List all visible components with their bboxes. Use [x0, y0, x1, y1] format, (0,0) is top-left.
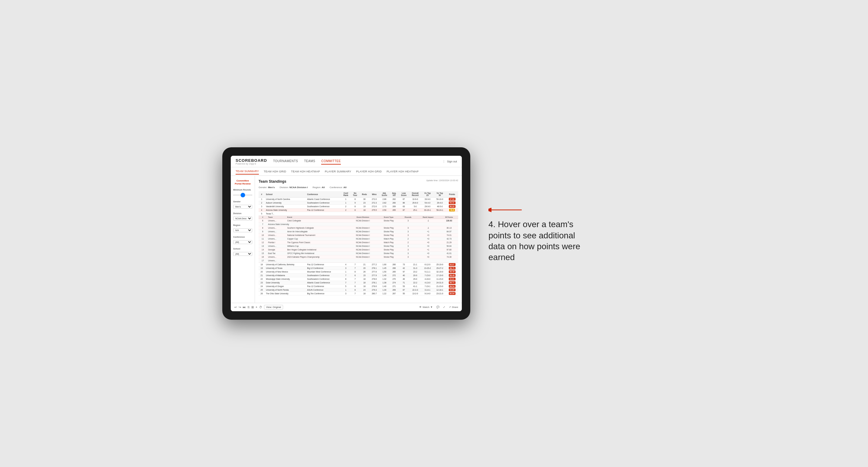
- col-wins: Wins: [369, 191, 379, 197]
- logo-sub: Powered by clipp'd: [236, 163, 267, 165]
- comment-button[interactable]: 💬: [436, 306, 439, 309]
- points-cell[interactable]: 88.70: [449, 267, 456, 270]
- watch-button[interactable]: 👁 Watch ▼: [419, 306, 433, 309]
- school-label: School: [233, 248, 252, 250]
- min-rounds-slider[interactable]: [233, 194, 252, 196]
- points-cell[interactable]: 83.07: [449, 263, 456, 266]
- nav-tournaments[interactable]: TOURNAMENTS: [273, 158, 298, 164]
- subnav-team-h2h-heatmap[interactable]: TEAM H2H HEATMAP: [291, 169, 320, 174]
- table-row: 23 Duke University Atlantic Coast Confer…: [258, 281, 458, 285]
- region-select[interactable]: N/A: [233, 228, 252, 232]
- table-row: 25 University of North Florida ASUN Conf…: [258, 288, 458, 292]
- conference-filter: Conference: All: [330, 186, 347, 189]
- conference-cell: Atlantic Coast Conference: [306, 197, 341, 201]
- sidebar-school: School (All): [233, 248, 252, 256]
- sidebar-title: Committee Portal Review: [233, 179, 252, 185]
- tooltip-col-headers: # Team Event Event Division Event Type R…: [258, 216, 458, 219]
- nav-committee[interactable]: COMMITTEE: [321, 158, 341, 164]
- subnav-player-summary[interactable]: PLAYER SUMMARY: [325, 169, 351, 174]
- tooltip-row-item: 8 Univers... Southern Highlands Collegia…: [258, 226, 458, 230]
- table-row: 18 University of California, Berkeley Pa…: [258, 263, 458, 267]
- copy-icon[interactable]: ⎘: [248, 306, 249, 309]
- view-original-button[interactable]: View: Original: [264, 305, 283, 309]
- conference-label: Conference: [233, 236, 252, 238]
- subnav-player-h2h-heatmap[interactable]: PLAYER H2H HEATMAP: [386, 169, 418, 174]
- report-header: Team Standings Update time: 13/03/2024 1…: [258, 179, 458, 184]
- col-vs-top25: Vs Top25: [421, 191, 434, 197]
- table-row-highlighted: 4 Arizona State University Pac-12 Confer…: [258, 208, 458, 212]
- tooltip-row-item: 10 Univers... National Invitational Tour…: [258, 234, 458, 237]
- expand-button[interactable]: ⤢: [443, 306, 445, 309]
- arrow-graphic: [489, 204, 525, 216]
- col-avg-sg: Avg.SG: [390, 191, 398, 197]
- grid-icon[interactable]: ⊞: [251, 306, 254, 309]
- sidebar-conference: Conference (All): [233, 236, 252, 244]
- eye-icon: 👁: [419, 306, 422, 309]
- report-area: Team Standings Update time: 13/03/2024 1…: [255, 176, 462, 303]
- division-select[interactable]: NCAA Division I: [233, 217, 252, 220]
- standings-table: # School Conference ConfRank NoTour Rnds…: [258, 191, 458, 295]
- sign-out-button[interactable]: Sign out: [444, 160, 457, 163]
- update-time: Update time: 13/03/2024 10:03:42: [426, 179, 458, 182]
- tooltip-row-item: 15 East Tac OFCC Fighting Illini Invitat…: [258, 252, 458, 255]
- annotation-area: 4. Hover over a team's points to see add…: [489, 204, 585, 263]
- table-row: 19 University of Texas Big 12 Conference…: [258, 267, 458, 270]
- points-cell[interactable]: 88.54: [449, 285, 456, 288]
- undo-icon[interactable]: ↩: [235, 306, 237, 309]
- col-overall-record: OverallRecord: [409, 191, 422, 197]
- school-cell: University of North Carolina: [265, 197, 306, 201]
- points-cell[interactable]: 88.49: [449, 271, 456, 273]
- points-cell[interactable]: 90.20: [449, 205, 456, 208]
- points-cell[interactable]: 88.48: [449, 274, 456, 277]
- points-cell[interactable]: 80.94: [449, 292, 456, 295]
- points-cell[interactable]: 97.02: [449, 198, 456, 200]
- tooltip-row-item: 7 Arizona State University: [258, 223, 458, 226]
- col-rank: #: [258, 191, 265, 197]
- region-label: Region: [233, 224, 252, 226]
- region-filter: Region: All: [313, 186, 325, 189]
- tooltip-header-row: # Team Event Event Division Event Type R…: [258, 216, 458, 263]
- redo-icon[interactable]: ↪: [239, 306, 241, 309]
- tablet-device: SCOREBOARD Powered by clipp'd TOURNAMENT…: [222, 147, 470, 320]
- subnav-team-h2h-grid[interactable]: TEAM H2H GRID: [264, 169, 286, 174]
- report-title: Team Standings: [258, 179, 286, 184]
- points-cell[interactable]: 83.89: [449, 288, 456, 291]
- skip-icon[interactable]: ⏭: [243, 306, 246, 309]
- page-wrapper: SCOREBOARD Powered by clipp'd TOURNAMENT…: [222, 147, 646, 320]
- conference-select[interactable]: (All): [233, 240, 252, 244]
- table-row: 3 Vanderbilt University Southeastern Con…: [258, 205, 458, 208]
- points-cell[interactable]: 93.31: [449, 201, 456, 204]
- sidebar: Committee Portal Review Minimum Rounds G…: [231, 176, 255, 303]
- rank-cell: 1: [258, 197, 265, 201]
- table-row: 1 University of North Carolina Atlantic …: [258, 197, 458, 201]
- share-button[interactable]: ↗ Share: [449, 306, 458, 309]
- main-nav: TOURNAMENTS TEAMS COMMITTEE: [273, 158, 444, 164]
- tooltip-row-item: 12 Florida I The Cypress Point Classic N…: [258, 241, 458, 244]
- points-cell[interactable]: 88.71: [449, 281, 456, 284]
- sidebar-min-rounds: Minimum Rounds: [233, 189, 252, 197]
- tooltip-row-item: 17 Univers...: [258, 259, 458, 262]
- col-low-score: LowScore: [399, 191, 409, 197]
- nav-teams[interactable]: TEAMS: [304, 158, 315, 164]
- table-row: 2 Auburn University Southeastern Confere…: [258, 201, 458, 205]
- subnav-team-summary[interactable]: TEAM SUMMARY: [236, 168, 259, 175]
- table-row: 26 The Ohio State University Big Ten Con…: [258, 292, 458, 295]
- col-adj-score: Adj.Score: [379, 191, 390, 197]
- table-header-row: # School Conference ConfRank NoTour Rnds…: [258, 191, 458, 197]
- gender-select[interactable]: Men's: [233, 205, 252, 209]
- toolbar-right: 👁 Watch ▼ 💬 ⤢ ↗ Share: [419, 306, 458, 309]
- division-label: Division: [233, 212, 252, 214]
- school-select[interactable]: (All): [233, 252, 252, 256]
- add-icon[interactable]: +: [255, 306, 257, 309]
- table-row: 22 Mississippi State University Southeas…: [258, 277, 458, 281]
- table-row: 24 University of Oregon Pac-12 Conferenc…: [258, 285, 458, 288]
- col-rnds: Rnds: [360, 191, 369, 197]
- col-school: School: [265, 191, 306, 197]
- logo-area: SCOREBOARD Powered by clipp'd: [236, 158, 267, 165]
- clock-icon[interactable]: ⏱: [259, 306, 262, 309]
- points-cell-highlighted[interactable]: 78.5: [449, 209, 455, 211]
- subnav-player-h2h-grid[interactable]: PLAYER H2H GRID: [356, 169, 382, 174]
- sidebar-region: Region N/A: [233, 224, 252, 232]
- points-cell[interactable]: 83.81: [449, 278, 456, 280]
- tablet-screen: SCOREBOARD Powered by clipp'd TOURNAMENT…: [231, 156, 462, 311]
